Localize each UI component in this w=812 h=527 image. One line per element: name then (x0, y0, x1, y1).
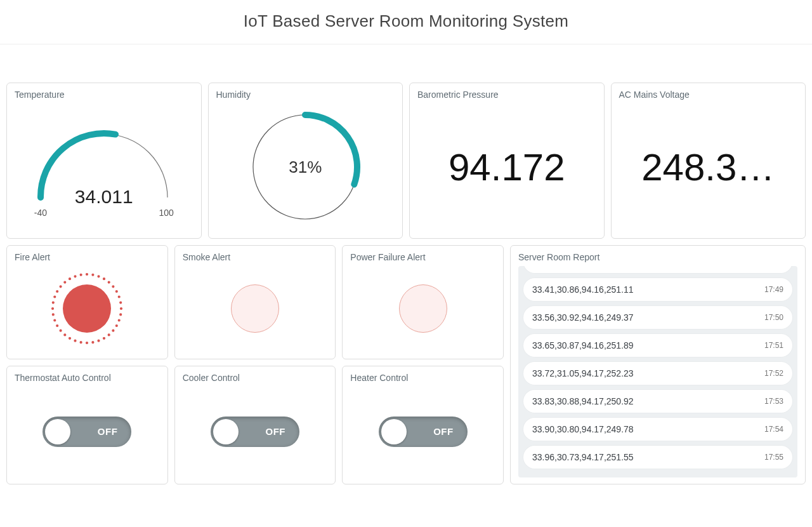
gauge-row: Temperature 34.011 -40 100 Humidity (6, 83, 806, 239)
report-row-time: 17:49 (764, 285, 783, 294)
svg-point-21 (54, 296, 56, 298)
led-off-icon (231, 284, 279, 333)
thermostat-toggle[interactable]: OFF (43, 417, 131, 447)
report-title: Server Room Report (518, 252, 797, 262)
power-alert-title: Power Failure Alert (350, 252, 495, 262)
voltage-title: AC Mains Voltage (619, 90, 798, 100)
svg-point-7 (103, 337, 105, 339)
report-row[interactable]: 33.65,30.87,94.16,251.8917:51 (523, 334, 792, 357)
svg-point-29 (92, 274, 94, 276)
svg-point-15 (60, 330, 62, 331)
report-row-values: 33.56,30.92,94.16,249.37 (532, 312, 758, 323)
svg-point-20 (53, 302, 55, 304)
svg-point-25 (69, 278, 71, 280)
temperature-max: 100 (159, 208, 173, 218)
report-row-time: 17:52 (764, 369, 783, 378)
report-row-values: 33.41,30.86,94.16,251.11 (532, 284, 758, 295)
svg-point-33 (112, 286, 114, 288)
heater-toggle[interactable]: OFF (379, 417, 468, 447)
cooler-toggle-label: OFF (266, 426, 286, 437)
temperature-gauge: 34.011 -40 100 (15, 103, 193, 218)
svg-point-8 (98, 340, 100, 342)
left-stack: Fire Alert (6, 245, 504, 484)
svg-point-4 (116, 325, 118, 327)
svg-point-16 (56, 325, 58, 327)
report-row-values: 33.65,30.87,94.16,251.89 (532, 340, 758, 350)
svg-point-10 (86, 342, 88, 344)
report-row-values: 33.83,30.88,94.17,250.92 (532, 396, 758, 406)
svg-point-23 (60, 286, 62, 288)
svg-point-13 (69, 337, 71, 339)
dashboard-grid: Temperature 34.011 -40 100 Humidity (0, 44, 812, 491)
humidity-gauge: 31% (216, 103, 395, 230)
power-alert-led (350, 266, 495, 351)
page-title: IoT Based Server Room Monitoring System (0, 11, 812, 31)
report-row-time: 17:53 (764, 397, 783, 406)
header: IoT Based Server Room Monitoring System (0, 0, 812, 44)
svg-point-35 (119, 296, 121, 298)
thermostat-control-title: Thermostat Auto Control (15, 373, 160, 383)
report-row-values: 33.72,31.05,94.17,252.23 (532, 368, 758, 378)
heater-control-card: Heater Control OFF (342, 366, 504, 484)
svg-point-11 (81, 342, 82, 344)
toggle-knob-icon (381, 419, 407, 444)
cooler-control-card: Cooler Control OFF (174, 366, 336, 484)
humidity-card: Humidity 31% (208, 83, 403, 239)
humidity-value: 31% (289, 157, 322, 177)
svg-point-26 (74, 276, 76, 277)
svg-point-19 (52, 308, 54, 310)
svg-point-3 (119, 319, 121, 321)
heater-control-title: Heater Control (350, 373, 495, 383)
pressure-value: 94.172 (417, 103, 596, 230)
temperature-title: Temperature (15, 90, 193, 100)
cooler-toggle[interactable]: OFF (211, 417, 299, 447)
cooler-control-title: Cooler Control (183, 373, 328, 383)
svg-point-2 (120, 314, 122, 316)
report-row[interactable]: 33.56,30.92,94.16,249.3717:50 (523, 306, 792, 329)
report-row-values: 33.34,31.02,94.16,2 (532, 266, 777, 267)
lower-section: Fire Alert (6, 245, 806, 484)
report-row-values: 33.96,30.73,94.17,251.55 (532, 452, 758, 462)
svg-point-22 (56, 291, 58, 293)
report-row[interactable]: 33.72,31.05,94.17,252.2317:52 (523, 362, 792, 385)
temperature-value: 34.011 (75, 186, 133, 208)
report-row[interactable]: 33.41,30.86,94.16,251.1117:49 (523, 278, 792, 301)
fire-alert-title: Fire Alert (15, 252, 160, 262)
smoke-alert-title: Smoke Alert (183, 252, 328, 262)
temperature-card: Temperature 34.011 -40 100 (6, 83, 202, 239)
fire-alert-led (15, 266, 160, 351)
report-row[interactable]: 33.96,30.73,94.17,251.5517:55 (523, 446, 792, 469)
svg-point-34 (116, 291, 118, 293)
thermostat-control-card: Thermostat Auto Control OFF (6, 366, 168, 484)
report-row-time: 17:50 (764, 313, 783, 322)
pressure-title: Barometric Pressure (417, 90, 596, 100)
led-off-icon (399, 284, 447, 333)
led-on-icon (63, 284, 111, 333)
power-alert-card: Power Failure Alert (342, 245, 504, 359)
svg-point-9 (92, 342, 94, 344)
svg-point-17 (54, 319, 56, 321)
report-row-values: 33.90,30.80,94.17,249.78 (532, 424, 758, 434)
control-row: Thermostat Auto Control OFF Cooler Contr… (6, 366, 504, 484)
voltage-card: AC Mains Voltage 248.3… (611, 83, 806, 239)
svg-point-32 (108, 281, 110, 283)
svg-point-30 (98, 276, 100, 277)
svg-point-6 (108, 334, 110, 336)
svg-point-27 (81, 274, 82, 276)
toggle-knob-icon (45, 419, 70, 444)
toggle-knob-icon (213, 419, 239, 444)
alert-row: Fire Alert (6, 245, 504, 359)
report-row[interactable]: 33.90,30.80,94.17,249.7817:54 (523, 418, 792, 441)
smoke-alert-card: Smoke Alert (174, 245, 336, 359)
report-row-time: 17:54 (764, 425, 783, 434)
svg-point-14 (64, 334, 66, 336)
temperature-min: -40 (34, 208, 47, 218)
svg-point-5 (112, 330, 114, 331)
report-list[interactable]: ▲ Tue 15 Mar 33.34,31.02,94.16,233.41,30… (518, 266, 797, 477)
report-card: Server Room Report ▲ Tue 15 Mar 33.34,31… (510, 245, 806, 484)
report-row[interactable]: 33.83,30.88,94.17,250.9217:53 (523, 390, 792, 413)
svg-point-12 (74, 340, 76, 342)
svg-point-1 (121, 308, 122, 310)
report-row[interactable]: 33.34,31.02,94.16,2 (523, 266, 792, 273)
svg-point-24 (64, 281, 66, 283)
